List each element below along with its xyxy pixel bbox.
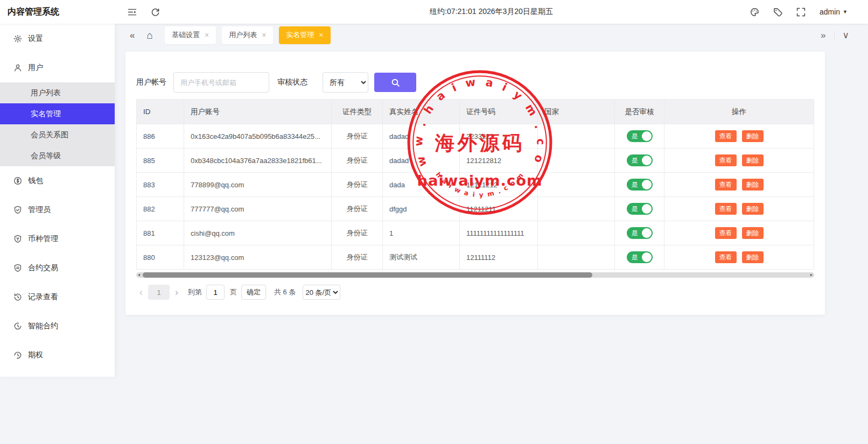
account-label: 用户帐号 <box>136 77 166 87</box>
sidebar-item-记录查看[interactable]: 记录查看 <box>0 283 115 312</box>
goto-page-input[interactable] <box>206 285 225 300</box>
audit-cell: 是 <box>615 124 664 149</box>
sidebar-item-合约交易[interactable]: 合约交易 <box>0 253 115 283</box>
tabs-scroll-right-icon[interactable]: » <box>813 31 834 40</box>
table-row: 880123123@qq.com身份证测试测试12111112是查看删除 <box>137 245 814 270</box>
app-title: 内容管理系统 <box>0 6 115 18</box>
tab-close-icon[interactable]: × <box>262 31 266 39</box>
status-label: 审核状态 <box>277 77 307 87</box>
sidebar-item-label: 设置 <box>28 34 43 44</box>
sidebar-collapse-icon[interactable] <box>128 8 137 17</box>
toggle-label: 是 <box>632 253 638 262</box>
tabbar: « ⌂ 基础设置×用户列表×实名管理× » ∨ <box>115 24 868 46</box>
toggle-label: 是 <box>632 180 638 189</box>
total-count: 共 6 条 <box>274 287 296 297</box>
contract-shield-icon <box>13 264 22 272</box>
confirm-button[interactable]: 确定 <box>241 285 266 300</box>
toggle-label: 是 <box>632 156 638 165</box>
smart-contract-icon <box>13 322 22 330</box>
table-row: 8850xb348cbc104a376a7aa2833e1821fb61...身… <box>137 149 814 173</box>
sidebar-item-label: 期权 <box>28 350 43 360</box>
tab-label: 基础设置 <box>172 30 200 40</box>
sidebar-item-label: 合约交易 <box>28 263 58 273</box>
search-button[interactable] <box>374 73 416 92</box>
sidebar-item-钱包[interactable]: 钱包 <box>0 166 115 195</box>
tab-close-icon[interactable]: × <box>205 31 209 39</box>
sidebar-item-label: 用户 <box>28 63 43 73</box>
tag-icon[interactable] <box>773 8 782 17</box>
actions-cell: 查看删除 <box>664 149 814 173</box>
sidebar-subitem-会员等级[interactable]: 会员等级 <box>0 145 115 166</box>
tab-基础设置[interactable]: 基础设置× <box>165 26 216 44</box>
home-icon[interactable]: ⌂ <box>146 30 152 40</box>
sidebar-item-智能合约[interactable]: 智能合约 <box>0 312 115 341</box>
view-button[interactable]: 查看 <box>715 130 737 142</box>
next-page-icon[interactable]: › <box>175 287 178 298</box>
cell: 882 <box>137 197 184 221</box>
cell: 身份证 <box>332 173 383 197</box>
username: admin <box>820 8 840 16</box>
audit-toggle[interactable]: 是 <box>627 154 653 166</box>
view-button[interactable]: 查看 <box>715 203 737 215</box>
status-select[interactable]: 所有 <box>323 72 368 93</box>
page-size-select[interactable]: 20 条/页 <box>303 285 340 300</box>
sidebar-item-用户[interactable]: 用户 <box>0 53 115 82</box>
delete-button[interactable]: 删除 <box>742 251 764 263</box>
delete-button[interactable]: 删除 <box>742 227 764 239</box>
audit-cell: 是 <box>615 245 664 270</box>
audit-toggle[interactable]: 是 <box>627 130 653 142</box>
cell: 881 <box>137 221 184 245</box>
sidebar-item-管理员[interactable]: 管理员 <box>0 195 115 224</box>
sidebar-item-期权[interactable]: 期权 <box>0 341 115 370</box>
tab-close-icon[interactable]: × <box>319 31 323 39</box>
current-page[interactable]: 1 <box>148 285 170 300</box>
tabs-menu-icon[interactable]: ∨ <box>834 31 857 40</box>
tab-实名管理[interactable]: 实名管理× <box>279 26 330 44</box>
audit-cell: 是 <box>615 221 664 245</box>
toggle-knob <box>642 131 652 141</box>
audit-toggle[interactable]: 是 <box>627 227 653 239</box>
toggle-knob <box>642 228 652 238</box>
refresh-icon[interactable] <box>151 8 160 17</box>
view-button[interactable]: 查看 <box>715 251 737 263</box>
tab-用户列表[interactable]: 用户列表× <box>222 26 273 44</box>
sidebar-subitem-用户列表[interactable]: 用户列表 <box>0 82 115 103</box>
sidebar-submenu: 用户列表实名管理会员关系图会员等级 <box>0 82 115 166</box>
sidebar-item-设置[interactable]: 设置 <box>0 24 115 53</box>
toggle-knob <box>642 156 652 165</box>
delete-button[interactable]: 删除 <box>742 179 764 191</box>
cell: dfggd <box>383 197 460 221</box>
view-button[interactable]: 查看 <box>715 227 737 239</box>
column-header-1: ID <box>137 100 184 124</box>
delete-button[interactable]: 删除 <box>742 154 764 166</box>
scroll-right-icon[interactable]: ▸ <box>810 272 813 278</box>
table-row: 883778899@qq.com身份证dada12121212是查看删除 <box>137 173 814 197</box>
view-button[interactable]: 查看 <box>715 154 737 166</box>
fullscreen-icon[interactable] <box>796 8 806 17</box>
cell: dadad <box>383 149 460 173</box>
audit-cell: 是 <box>615 197 664 221</box>
sidebar-menu: 设置用户用户列表实名管理会员关系图会员等级钱包管理员币种管理合约交易记录查看智能… <box>0 24 115 370</box>
theme-palette-icon[interactable] <box>750 8 759 17</box>
audit-toggle[interactable]: 是 <box>627 203 653 215</box>
horizontal-scrollbar[interactable]: ◂ ▸ <box>136 272 814 278</box>
filter-bar: 用户帐号 审核状态 所有 <box>136 72 814 93</box>
cell: 11211211 <box>460 197 538 221</box>
actions-cell: 查看删除 <box>664 221 814 245</box>
sidebar-subitem-会员关系图[interactable]: 会员关系图 <box>0 124 115 145</box>
sidebar-item-币种管理[interactable]: 币种管理 <box>0 224 115 253</box>
delete-button[interactable]: 删除 <box>742 130 764 142</box>
audit-toggle[interactable]: 是 <box>627 251 653 263</box>
actions-cell: 查看删除 <box>664 173 814 197</box>
scroll-left-icon[interactable]: ◂ <box>138 272 140 278</box>
prev-page-icon[interactable]: ‹ <box>139 287 143 298</box>
account-input[interactable] <box>173 72 269 93</box>
cell: 777777@qq.com <box>184 197 332 221</box>
user-menu[interactable]: admin ▼ <box>820 8 848 16</box>
audit-toggle[interactable]: 是 <box>627 179 653 191</box>
tabs-scroll-left-icon[interactable]: « <box>130 31 135 40</box>
sidebar-subitem-实名管理[interactable]: 实名管理 <box>0 103 115 124</box>
delete-button[interactable]: 删除 <box>742 203 764 215</box>
view-button[interactable]: 查看 <box>715 179 737 191</box>
scrollbar-thumb[interactable] <box>143 272 592 278</box>
